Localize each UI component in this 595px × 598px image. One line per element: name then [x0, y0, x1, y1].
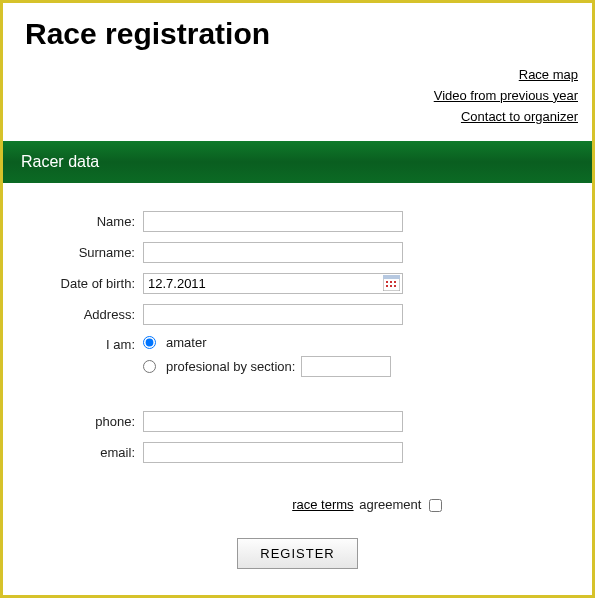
- surname-input[interactable]: [143, 242, 403, 263]
- dob-label: Date of birth:: [3, 276, 143, 291]
- agreement-label: agreement: [359, 497, 421, 512]
- registration-form: Name: Surname: Date of birth:: [3, 183, 592, 569]
- radio-profesional[interactable]: [143, 360, 156, 373]
- row-name: Name:: [3, 211, 592, 232]
- svg-rect-7: [394, 285, 396, 287]
- iam-label: I am:: [3, 335, 143, 352]
- register-button[interactable]: REGISTER: [237, 538, 357, 569]
- row-iam: I am: amater profesional by section:: [3, 335, 592, 383]
- section-header: Racer data: [3, 141, 592, 183]
- spacer: [3, 393, 592, 411]
- svg-rect-6: [390, 285, 392, 287]
- address-label: Address:: [3, 307, 143, 322]
- row-phone: phone:: [3, 411, 592, 432]
- link-contact-organizer[interactable]: Contact to organizer: [3, 107, 578, 128]
- page-title: Race registration: [3, 3, 592, 59]
- app-frame: Race registration Race map Video from pr…: [0, 0, 595, 598]
- svg-rect-3: [390, 281, 392, 283]
- amater-label: amater: [166, 335, 206, 350]
- link-video-previous-year[interactable]: Video from previous year: [3, 86, 578, 107]
- top-links: Race map Video from previous year Contac…: [3, 59, 592, 141]
- profesional-section-input[interactable]: [301, 356, 391, 377]
- row-surname: Surname:: [3, 242, 592, 263]
- profesional-label: profesional by section:: [166, 359, 295, 374]
- row-email: email:: [3, 442, 592, 463]
- terms-checkbox[interactable]: [429, 499, 442, 512]
- name-label: Name:: [3, 214, 143, 229]
- race-terms-link[interactable]: race terms: [292, 497, 353, 512]
- svg-rect-4: [394, 281, 396, 283]
- row-dob: Date of birth:: [3, 273, 592, 294]
- calendar-icon[interactable]: [383, 275, 400, 291]
- radio-amater-row: amater: [143, 335, 391, 350]
- submit-row: REGISTER: [3, 512, 592, 569]
- name-input[interactable]: [143, 211, 403, 232]
- svg-rect-5: [386, 285, 388, 287]
- address-input[interactable]: [143, 304, 403, 325]
- link-race-map[interactable]: Race map: [3, 65, 578, 86]
- surname-label: Surname:: [3, 245, 143, 260]
- dob-input[interactable]: [143, 273, 403, 294]
- phone-input[interactable]: [143, 411, 403, 432]
- row-address: Address:: [3, 304, 592, 325]
- email-input[interactable]: [143, 442, 403, 463]
- svg-rect-1: [383, 275, 400, 279]
- email-label: email:: [3, 445, 143, 460]
- radio-profesional-row: profesional by section:: [143, 356, 391, 377]
- phone-label: phone:: [3, 414, 143, 429]
- radio-amater[interactable]: [143, 336, 156, 349]
- terms-row: race terms agreement: [3, 473, 592, 512]
- svg-rect-2: [386, 281, 388, 283]
